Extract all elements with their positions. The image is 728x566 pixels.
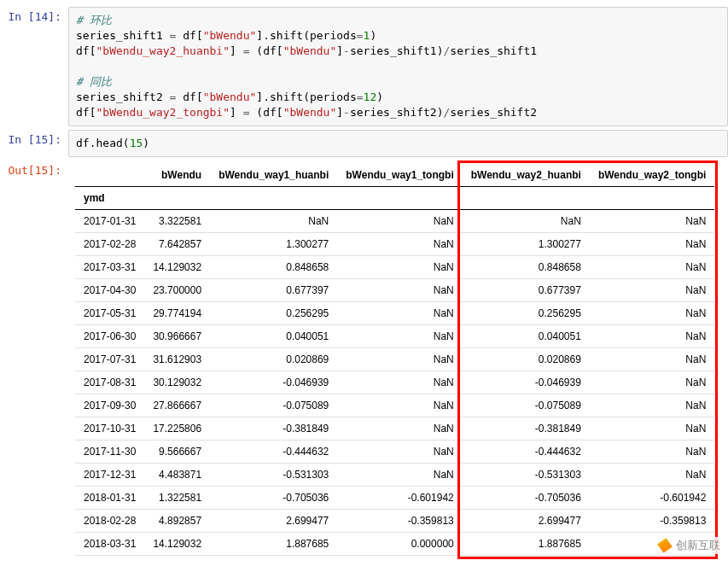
- code-text: ]: [230, 44, 243, 57]
- row-index: 2017-04-30: [75, 278, 144, 301]
- code-text: series_shift2: [76, 90, 170, 103]
- in-prompt-14: In [14]:: [0, 7, 68, 126]
- table-cell: -0.601942: [590, 486, 714, 509]
- table-cell: -0.705036: [210, 486, 337, 509]
- code-string: "bWendu": [283, 44, 337, 57]
- table-cell: 0.256295: [210, 301, 337, 324]
- table-cell: -0.046939: [210, 371, 337, 394]
- code-text: ): [370, 29, 376, 42]
- code-input-15[interactable]: df.head(15): [68, 130, 728, 157]
- code-string: "bWendu": [203, 29, 257, 42]
- index-name-row: ymd: [75, 186, 714, 209]
- table-cell: 7.642857: [144, 232, 210, 255]
- table-cell: NaN: [337, 347, 462, 371]
- table-cell: NaN: [590, 324, 714, 347]
- code-text: ): [376, 90, 383, 103]
- op-minus: -: [343, 44, 350, 57]
- table-cell: NaN: [337, 394, 462, 417]
- table-cell: 14.129032: [144, 532, 210, 555]
- row-index: 2017-07-31: [75, 347, 144, 371]
- table-cell: NaN: [590, 209, 714, 232]
- table-cell: -0.046939: [463, 371, 590, 394]
- table-row: 2017-03-3114.1290320.848658NaN0.848658Na…: [75, 255, 714, 278]
- col-blank: [75, 164, 144, 187]
- table-cell: 17.225806: [144, 417, 210, 440]
- code-text: ].shift(periods: [256, 29, 356, 42]
- table-cell: 0.020869: [463, 347, 590, 371]
- code-text: df[: [176, 29, 202, 42]
- table-row: 2017-07-3131.6129030.020869NaN0.020869Na…: [75, 347, 714, 371]
- col-header: bWendu_way1_huanbi: [210, 164, 337, 187]
- table-cell: NaN: [337, 440, 462, 463]
- table-cell: NaN: [210, 209, 337, 232]
- row-index: 2017-12-31: [75, 463, 144, 486]
- table-row: 2017-12-314.483871-0.531303NaN-0.531303N…: [75, 463, 714, 486]
- table-row: 2017-01-313.322581NaNNaNNaNNaN: [75, 209, 714, 232]
- code-text: series_shift2): [350, 106, 444, 119]
- table-cell: NaN: [337, 301, 462, 324]
- code-text: df[: [76, 106, 96, 119]
- table-cell: 9.566667: [144, 440, 210, 463]
- table-row: 2017-04-3023.7000000.677397NaN0.677397Na…: [75, 278, 714, 301]
- code-string: "bWendu_way2_tongbi": [96, 106, 230, 119]
- table-cell: -0.444632: [463, 440, 590, 463]
- table-cell: -0.359813: [337, 509, 462, 532]
- table-row: 2018-01-311.322581-0.705036-0.601942-0.7…: [75, 486, 714, 509]
- op-equals: =: [243, 106, 250, 119]
- code-text: series_shift2: [450, 106, 537, 119]
- table-cell: NaN: [590, 232, 714, 255]
- code-number: 15: [130, 137, 143, 149]
- row-index: 2018-01-31: [75, 486, 144, 509]
- code-cell-14: In [14]: # 环比 series_shift1 = df["bWendu…: [0, 7, 728, 126]
- table-cell: 0.848658: [463, 255, 590, 278]
- col-header: bWendu: [144, 164, 210, 187]
- table-cell: -0.705036: [463, 486, 590, 509]
- code-text: (df[: [250, 106, 283, 119]
- table-row: 2017-09-3027.866667-0.075089NaN-0.075089…: [75, 394, 714, 417]
- row-index: 2017-06-30: [75, 324, 144, 347]
- row-index: 2017-03-31: [75, 255, 144, 278]
- table-cell: 0.020869: [210, 347, 337, 371]
- code-text: series_shift1: [450, 44, 537, 57]
- table-cell: -0.601942: [337, 486, 462, 509]
- row-index: 2017-05-31: [75, 301, 144, 324]
- code-string: "bWendu": [283, 106, 337, 119]
- code-text: df.head(: [76, 137, 130, 149]
- table-cell: 0.677397: [210, 278, 337, 301]
- table-cell: -0.381849: [210, 417, 337, 440]
- op-equals: =: [357, 29, 364, 42]
- table-cell: NaN: [337, 255, 462, 278]
- out-prompt-15: Out[15]:: [0, 160, 68, 556]
- table-cell: NaN: [337, 371, 462, 394]
- table-cell: -0.381849: [463, 417, 590, 440]
- code-string: "bWendu": [203, 90, 257, 103]
- table-cell: -0.444632: [210, 440, 337, 463]
- watermark-logo: 创新互联: [655, 537, 723, 554]
- code-input-14[interactable]: # 环比 series_shift1 = df["bWendu"].shift(…: [68, 7, 728, 126]
- table-row: 2018-02-284.8928572.699477-0.3598132.699…: [75, 509, 714, 532]
- code-text: (df[: [250, 44, 283, 57]
- table-cell: -0.359813: [590, 509, 714, 532]
- in-prompt-15: In [15]:: [0, 130, 68, 157]
- table-cell: 1.887685: [463, 532, 590, 555]
- table-cell: 1.300277: [463, 232, 590, 255]
- table-row: 2017-11-309.566667-0.444632NaN-0.444632N…: [75, 440, 714, 463]
- logo-icon: [656, 536, 674, 554]
- code-text: ]: [230, 106, 243, 119]
- op-equals: =: [243, 44, 250, 57]
- table-cell: -0.531303: [463, 463, 590, 486]
- watermark-text: 创新互联: [676, 538, 720, 553]
- op-minus: -: [343, 106, 350, 119]
- table-cell: 1.887685: [210, 532, 337, 555]
- table-cell: 3.322581: [144, 209, 210, 232]
- row-index: 2018-02-28: [75, 509, 144, 532]
- table-cell: 0.040051: [463, 324, 590, 347]
- table-cell: 1.322581: [144, 486, 210, 509]
- code-text: ].shift(periods: [256, 90, 356, 103]
- row-index: 2017-01-31: [75, 209, 144, 232]
- table-row: 2017-10-3117.225806-0.381849NaN-0.381849…: [75, 417, 714, 440]
- table-cell: 14.129032: [144, 255, 210, 278]
- table-cell: NaN: [590, 278, 714, 301]
- table-cell: NaN: [337, 278, 462, 301]
- table-cell: NaN: [590, 463, 714, 486]
